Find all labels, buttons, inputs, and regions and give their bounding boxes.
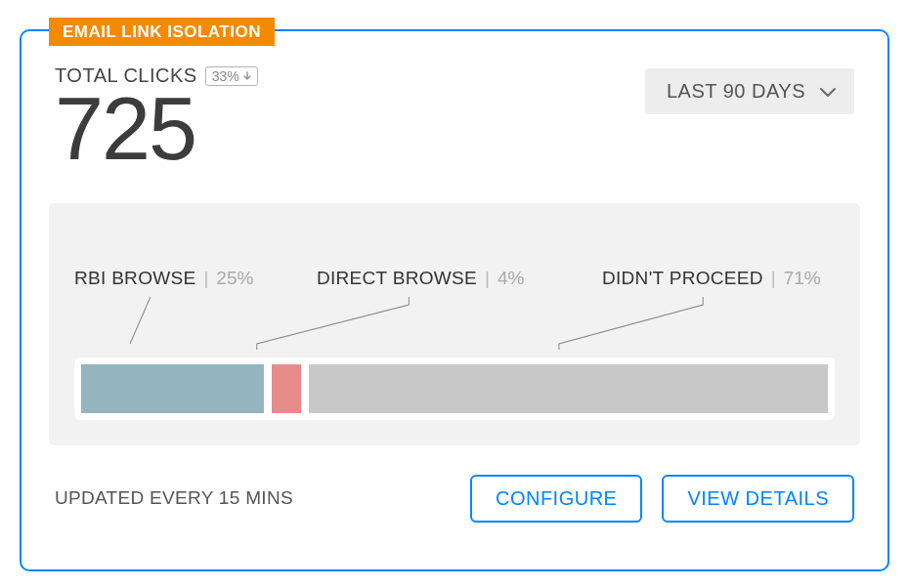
- legend-name: RBI BROWSE: [74, 268, 195, 289]
- chevron-down-icon: [819, 86, 837, 98]
- stacked-bar: [74, 357, 835, 420]
- configure-button[interactable]: CONFIGURE: [470, 475, 643, 523]
- card-actions: CONFIGURE VIEW DETAILS: [470, 475, 854, 523]
- total-clicks-value: 725: [55, 83, 258, 176]
- card-header: TOTAL CLICKS 33% 725 LAST 90 DAYS: [22, 31, 887, 176]
- legend-name: DIRECT BROWSE: [317, 268, 477, 289]
- bar-segment-direct-browse: [272, 364, 301, 413]
- bar-segment-didnt-proceed: [309, 364, 828, 413]
- click-breakdown-chart: RBI BROWSE | 25% DIRECT BROWSE | 4% DIDN…: [49, 203, 860, 445]
- email-link-isolation-card: EMAIL LINK ISOLATION TOTAL CLICKS 33% 72…: [20, 29, 889, 571]
- change-badge: 33%: [205, 66, 258, 86]
- legend-pct: 25%: [216, 268, 253, 289]
- legend-connectors: [74, 291, 886, 350]
- legend-pct: 71%: [784, 268, 821, 289]
- legend-item-direct-browse: DIRECT BROWSE | 4%: [317, 268, 524, 289]
- legend-item-didnt-proceed: DIDN'T PROCEED | 71%: [602, 268, 821, 289]
- legend-name: DIDN'T PROCEED: [602, 268, 763, 289]
- change-badge-value: 33%: [212, 68, 239, 84]
- total-clicks-block: TOTAL CLICKS 33% 725: [55, 64, 258, 176]
- legend-pct: 4%: [498, 268, 524, 289]
- bar-segment-rbi-browse: [81, 364, 264, 413]
- period-select[interactable]: LAST 90 DAYS: [645, 68, 854, 114]
- legend-item-rbi-browse: RBI BROWSE | 25%: [74, 268, 253, 289]
- arrow-down-icon: [241, 70, 253, 82]
- period-select-label: LAST 90 DAYS: [667, 80, 805, 103]
- card-footer: UPDATED EVERY 15 MINS CONFIGURE VIEW DET…: [22, 445, 887, 523]
- view-details-button[interactable]: VIEW DETAILS: [662, 475, 854, 523]
- updated-label: UPDATED EVERY 15 MINS: [55, 487, 293, 509]
- card-tag: EMAIL LINK ISOLATION: [49, 18, 275, 46]
